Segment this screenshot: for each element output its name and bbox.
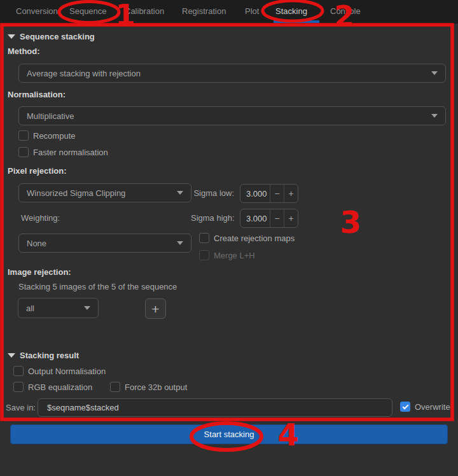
sigma-high-label: Sigma high: — [191, 213, 234, 223]
merge-lh-label: Merge L+H — [214, 251, 255, 260]
method-label: Method: — [8, 46, 40, 56]
faster-normalisation-label: Faster normalisation — [33, 148, 108, 157]
check-icon — [403, 403, 409, 409]
checkbox-box — [110, 382, 120, 392]
sigma-high-increment-button[interactable]: + — [284, 209, 298, 227]
output-normalisation-label: Output Normalisation — [28, 367, 106, 376]
chevron-down-icon — [177, 241, 183, 245]
normalisation-label: Normalisation: — [8, 90, 66, 99]
recompute-label: Recompute — [33, 131, 75, 141]
weighting-dropdown[interactable]: None — [18, 234, 191, 253]
section-title: Sequence stacking — [20, 32, 95, 41]
rgb-equalization-checkbox[interactable]: RGB equalization — [13, 382, 92, 392]
force-32b-output-label: Force 32b output — [125, 382, 187, 392]
checkbox-box — [18, 130, 29, 141]
sigma-low-increment-button[interactable]: + — [284, 185, 298, 202]
merge-lh-checkbox: Merge L+H — [199, 250, 255, 260]
create-rejection-maps-checkbox[interactable]: Create rejection maps — [199, 233, 295, 243]
pixel-rejection-label: Pixel rejection: — [8, 166, 66, 176]
force-32b-output-checkbox[interactable]: Force 32b output — [110, 382, 187, 392]
add-filter-button[interactable]: + — [145, 298, 166, 319]
save-filename-input[interactable] — [38, 398, 392, 417]
chevron-down-icon — [84, 306, 90, 310]
rejection-dropdown[interactable]: Winsorized Sigma Clipping — [18, 183, 191, 202]
chevron-down-icon — [431, 71, 438, 75]
faster-normalisation-checkbox[interactable]: Faster normalisation — [18, 147, 108, 157]
sigma-low-label: Sigma low: — [191, 188, 234, 198]
image-filter-dropdown-value: all — [26, 304, 79, 313]
sigma-low-value[interactable]: 3.000 — [240, 185, 270, 202]
active-tab-indicator — [274, 20, 319, 23]
expander-down-icon — [8, 353, 15, 358]
tab-registration[interactable]: Registration — [182, 0, 226, 23]
tab-sequence[interactable]: Sequence — [69, 0, 107, 23]
checkbox-box — [13, 382, 24, 392]
image-rejection-label: Image rejection: — [8, 267, 71, 277]
stacking-result-expander[interactable]: Stacking result — [8, 351, 79, 360]
start-stacking-button[interactable]: Start stacking — [10, 424, 448, 444]
sigma-high-decrement-button[interactable]: − — [270, 209, 284, 227]
section-title: Stacking result — [20, 351, 79, 360]
chevron-down-icon — [177, 191, 183, 195]
rejection-dropdown-value: Winsorized Sigma Clipping — [27, 188, 172, 198]
sigma-low-spinner: 3.000 − + — [240, 184, 298, 203]
tab-conversion[interactable]: Conversion — [16, 0, 58, 23]
overwrite-label: Overwrite — [415, 402, 450, 412]
checkbox-box — [199, 250, 209, 260]
sequence-stacking-expander[interactable]: Sequence stacking — [8, 32, 95, 41]
checkbox-box — [18, 147, 29, 157]
annotation-step-3: 3 — [340, 204, 361, 240]
sigma-high-value[interactable]: 3.000 — [240, 209, 270, 227]
tab-plot[interactable]: Plot — [245, 0, 259, 23]
tab-stacking[interactable]: Stacking — [275, 0, 307, 23]
normalisation-dropdown-value: Multiplicative — [27, 111, 426, 121]
recompute-checkbox[interactable]: Recompute — [18, 130, 75, 141]
method-dropdown[interactable]: Average stacking with rejection — [18, 64, 446, 83]
stacking-info-text: Stacking 5 images of the 5 of the sequen… — [18, 282, 177, 291]
chevron-down-icon — [431, 114, 438, 118]
siril-stacking-window: Conversion Sequence Calibration Registra… — [0, 0, 458, 476]
overwrite-checkbox[interactable]: Overwrite — [400, 402, 450, 412]
create-rejection-maps-label: Create rejection maps — [214, 234, 295, 243]
sigma-high-spinner: 3.000 − + — [240, 209, 298, 228]
normalisation-dropdown[interactable]: Multiplicative — [18, 106, 446, 125]
sigma-low-decrement-button[interactable]: − — [270, 185, 284, 202]
checkbox-box — [400, 402, 410, 412]
checkbox-box — [13, 366, 24, 376]
rgb-equalization-label: RGB equalization — [28, 382, 92, 392]
method-dropdown-value: Average stacking with rejection — [27, 69, 426, 78]
checkbox-box — [199, 233, 209, 243]
tab-bar: Conversion Sequence Calibration Registra… — [0, 0, 458, 24]
weighting-dropdown-value: None — [27, 239, 172, 248]
tab-calibration[interactable]: Calibration — [125, 0, 164, 23]
expander-down-icon — [8, 34, 15, 39]
image-filter-dropdown[interactable]: all — [18, 298, 99, 318]
output-normalisation-checkbox[interactable]: Output Normalisation — [13, 366, 106, 376]
save-in-label: Save in: — [6, 403, 36, 412]
weighting-label: Weighting: — [21, 213, 60, 223]
tab-console[interactable]: Console — [330, 0, 361, 23]
